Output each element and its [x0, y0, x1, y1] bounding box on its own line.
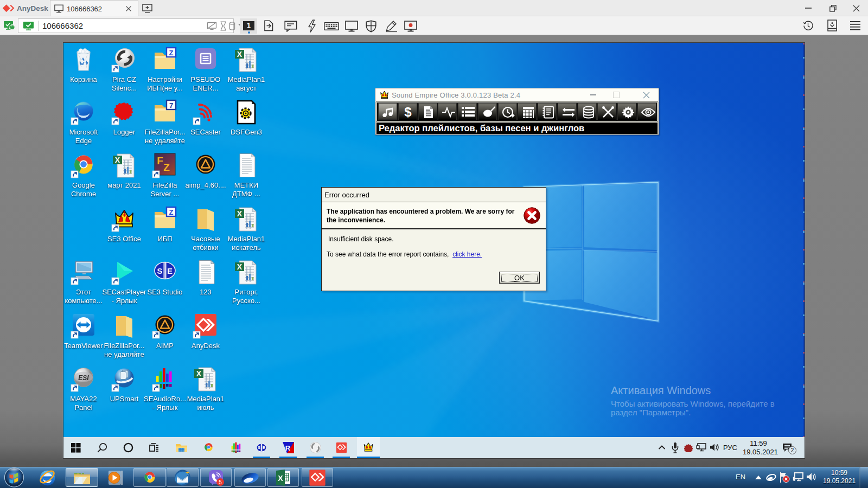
svg-text:$: $ [404, 105, 412, 119]
svg-text:5: 5 [219, 479, 222, 485]
svg-text:Z: Z [163, 162, 170, 173]
svg-text:ESI: ESI [78, 374, 89, 382]
svg-text:Z: Z [169, 208, 174, 216]
svg-text:S: S [157, 266, 162, 275]
svg-text:7: 7 [169, 101, 173, 110]
svg-text:Z: Z [169, 49, 174, 57]
svg-text:F: F [157, 155, 163, 166]
svg-text:E: E [263, 445, 265, 450]
svg-text:S: S [258, 445, 260, 450]
svg-text:R: R [285, 444, 291, 452]
svg-text:X: X [278, 474, 283, 483]
svg-text:E: E [167, 266, 173, 275]
